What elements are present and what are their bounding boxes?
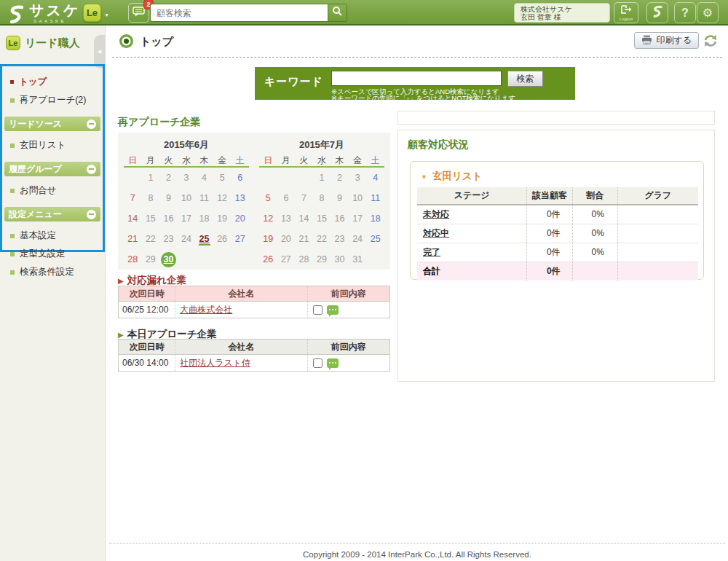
today-approach-table: 次回日時会社名前回内容06/30 14:00社団法人ラスト侍 — [118, 339, 390, 372]
brand-logo[interactable]: サスケ SAASKE — [6, 1, 80, 28]
help-button[interactable]: ? — [674, 2, 696, 23]
list-group-toggle[interactable]: ▼玄田リスト — [421, 170, 482, 183]
keyword-search-button[interactable]: 検索 — [507, 71, 543, 87]
keyword-label: キーワード — [264, 75, 323, 89]
keyword-input[interactable] — [331, 71, 502, 86]
calendar-day: 30 — [331, 249, 349, 270]
sidebar-item-label: 玄田リスト — [20, 139, 66, 152]
triangle-down-icon: ▼ — [421, 173, 427, 181]
collapse-minus-icon[interactable] — [87, 165, 96, 174]
row-checkbox[interactable] — [313, 305, 323, 315]
calendar-dow-label: 水 — [313, 153, 331, 168]
sidebar-sections: リードソース玄田リスト履歴グループお問合せ設定メニュー基本設定定型文設定検索条件… — [2, 117, 103, 281]
stage-cell: 対応中 — [417, 224, 527, 243]
settings-button[interactable]: ⚙ — [697, 2, 719, 23]
le-app-badge: Le — [6, 36, 20, 50]
sidebar-menu-list: お問合せ — [2, 181, 103, 200]
calendar-day-link[interactable]: 25 — [199, 234, 210, 246]
stage-cell: 未対応 — [417, 205, 527, 224]
messages-button[interactable]: 2 — [128, 3, 149, 23]
total-row: 合計0件 — [417, 262, 698, 280]
calendar-day: 13 — [231, 188, 249, 208]
bullet-icon — [10, 270, 15, 275]
calendar-day: 21 — [295, 229, 313, 249]
row-checkbox[interactable] — [313, 358, 323, 368]
calendar-day: 16 — [331, 208, 349, 229]
company-link[interactable]: 大曲株式会社 — [180, 305, 232, 315]
sidebar: Le リード職人 ◀ トップ 再アプローチ(2) リードソース玄田リスト履歴グル… — [0, 26, 106, 561]
customer-search-input[interactable] — [150, 4, 328, 22]
page-title-bullet-icon — [124, 39, 129, 44]
calendar-day: 31 — [349, 249, 367, 270]
footer: Copyright 2009 - 2014 InterPark Co.,Ltd.… — [109, 543, 725, 559]
calendar-month-title: 2015年6月 — [124, 137, 249, 153]
ratio-cell: 0% — [572, 243, 617, 262]
calendar-day: 11 — [366, 188, 384, 208]
customer-search-button[interactable] — [328, 4, 347, 22]
calendar-dow-label: 月 — [277, 153, 296, 168]
calendar-day — [295, 168, 313, 188]
sidebar-section-header[interactable]: リードソース — [4, 117, 100, 131]
column-header: 前回内容 — [307, 286, 389, 302]
help-icon: ? — [681, 7, 689, 20]
column-header: 次回日時 — [119, 340, 175, 355]
print-label: 印刷する — [656, 34, 692, 47]
sidebar-item-top[interactable]: トップ — [2, 73, 103, 91]
stage-link[interactable]: 完了 — [423, 247, 440, 257]
comment-icon[interactable] — [327, 305, 339, 315]
stage-row: 完了0件0% — [417, 243, 698, 262]
calendar-day: 20 — [277, 229, 296, 249]
collapse-minus-icon[interactable] — [87, 119, 96, 129]
count-cell: 0件 — [527, 205, 572, 224]
column-header: 会社名 — [175, 286, 307, 302]
column-header: グラフ — [617, 187, 698, 205]
logout-button[interactable]: Logout — [614, 2, 638, 23]
sidebar-section-header[interactable]: 履歴グループ — [4, 162, 100, 176]
count-cell: 0件 — [527, 224, 572, 243]
sidebar-section-header[interactable]: 設定メニュー — [4, 207, 100, 221]
calendar-day: 9 — [159, 188, 178, 208]
calendar-day: 10 — [178, 188, 196, 208]
calendar-day — [277, 168, 296, 188]
calendar-day: 1 — [142, 168, 160, 188]
stage-link[interactable]: 未対応 — [423, 209, 449, 219]
calendar-day: 17 — [349, 208, 367, 229]
stage-link[interactable]: 対応中 — [423, 228, 449, 238]
calendar-dow-label: 木 — [195, 153, 213, 168]
calendar-day: 8 — [142, 188, 160, 208]
keyword-search-panel: キーワード 検索 ※スペースで区切って入力するとAND検索になります ※キーワー… — [255, 67, 575, 100]
refresh-button[interactable] — [703, 33, 719, 49]
collapse-left-icon: ◀ — [98, 49, 101, 55]
calendar-dow-label: 水 — [178, 153, 196, 168]
sidebar-item-reapproach[interactable]: 再アプローチ(2) — [2, 91, 103, 109]
table-row: 06/25 12:00大曲株式会社 — [119, 302, 390, 318]
customer-status-panel: 顧客対応状況 ▼玄田リスト ステージ該当顧客割合グラフ未対応0件0%対応中0件0… — [397, 130, 715, 382]
sidebar-item[interactable]: 玄田リスト — [2, 136, 103, 154]
calendar-today-badge[interactable]: 30 — [161, 252, 176, 267]
column-header: 前回内容 — [307, 340, 389, 355]
chevron-down-icon[interactable]: ▼ — [104, 12, 109, 17]
next-datetime-cell: 06/30 14:00 — [119, 355, 175, 372]
logout-label: Logout — [614, 17, 638, 21]
sidebar-item[interactable]: 基本設定 — [2, 227, 103, 245]
le-product-badge[interactable]: Le — [83, 4, 101, 22]
sidebar-item[interactable]: 定型文設定 — [2, 245, 103, 263]
sidebar-menu-list: 玄田リスト — [2, 136, 103, 154]
calendar-day: 23 — [159, 229, 178, 249]
sidebar-item-label: 検索条件設定 — [20, 266, 74, 278]
print-button[interactable]: 印刷する — [634, 32, 699, 49]
bullet-icon — [10, 234, 15, 238]
collapse-minus-icon[interactable] — [87, 210, 96, 219]
company-link[interactable]: 社団法人ラスト侍 — [180, 358, 250, 368]
sidebar-item[interactable]: お問合せ — [2, 181, 103, 200]
sidebar-item-label: 定型文設定 — [20, 248, 66, 260]
calendar-day: 19 — [259, 229, 277, 249]
calendar-day — [178, 249, 196, 270]
calendar-dow-label: 月 — [142, 153, 160, 168]
reapproach-calendars: 2015年6月日月火水木金土12345678910111213141516171… — [118, 133, 390, 270]
calendar-day: 20 — [231, 208, 249, 229]
comment-icon[interactable] — [327, 358, 339, 368]
sasuke-home-button[interactable] — [646, 2, 668, 23]
sidebar-item[interactable]: 検索条件設定 — [2, 263, 103, 281]
calendar-dow-label: 土 — [366, 153, 384, 168]
